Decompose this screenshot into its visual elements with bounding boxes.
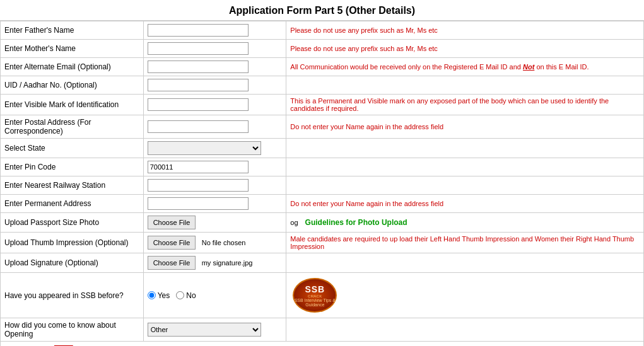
page-title: Application Form Part 5 (Other Details) xyxy=(0,0,644,21)
ssb-tagline: SSB Interview Tips & Guidance xyxy=(294,298,336,307)
railway-input[interactable] xyxy=(148,179,249,192)
thumb-file-name: No file chosen xyxy=(202,239,246,246)
table-row: Enter Postal Address (For Correspondence… xyxy=(1,115,644,139)
alt-email-cell xyxy=(143,58,286,76)
perm-addr-hint: Do not enter your Name again in the addr… xyxy=(286,195,644,213)
red-arrow-container xyxy=(20,342,76,346)
state-hint xyxy=(286,139,644,158)
ssb-before-label: Have you appeared in SSB before? xyxy=(1,273,144,318)
ssb-no-label[interactable]: No xyxy=(176,291,196,300)
perm-addr-label: Enter Permanent Address xyxy=(1,195,144,213)
mother-name-cell xyxy=(143,40,286,58)
mother-name-label: Enter Mother's Name xyxy=(1,40,144,58)
table-row: Enter Visible Mark of Identification Thi… xyxy=(1,95,644,115)
ssb-yes-label[interactable]: Yes xyxy=(148,291,170,300)
state-label: Select State xyxy=(1,139,144,158)
railway-label: Enter Nearest Railway Station xyxy=(1,176,144,195)
alt-email-hint: All Communication would be received only… xyxy=(286,58,644,76)
mother-name-input[interactable] xyxy=(148,42,249,55)
father-name-label: Enter Father's Name xyxy=(1,21,144,40)
signature-hint xyxy=(286,253,644,273)
ssb-brand-text: SSB xyxy=(305,284,325,294)
table-row: Enter Mother's Name Please do not use an… xyxy=(1,40,644,58)
postal-addr-hint: Do not enter your Name again in the addr… xyxy=(286,115,644,139)
uid-input[interactable] xyxy=(148,79,249,91)
ssb-before-radio-group: Yes No xyxy=(148,291,283,300)
thumb-choose-btn[interactable]: Choose File xyxy=(148,236,196,250)
table-row: Upload Passport Size Photo Choose File o… xyxy=(1,213,644,233)
table-row: How did you come to know about Opening O… xyxy=(1,318,644,342)
pin-code-input[interactable] xyxy=(148,161,249,173)
postal-addr-label: Enter Postal Address (For Correspondence… xyxy=(1,115,144,139)
perm-addr-input[interactable] xyxy=(148,197,249,210)
visible-mark-input[interactable] xyxy=(148,98,249,111)
how-know-cell: Other Friends Newspaper Internet xyxy=(143,318,286,342)
other-row: Other xyxy=(1,342,644,347)
thumb-hint: Male candidates are required to up load … xyxy=(286,233,644,253)
table-row: Enter Pin Code xyxy=(1,158,644,176)
how-know-select[interactable]: Other Friends Newspaper Internet xyxy=(148,323,261,337)
postal-addr-cell xyxy=(143,115,286,139)
pin-hint xyxy=(286,158,644,176)
how-know-hint xyxy=(286,318,644,342)
other-field-cell: Other xyxy=(1,342,644,347)
ssb-no-radio[interactable] xyxy=(176,291,184,299)
signature-label: Upload Signature (Optional) xyxy=(1,253,144,273)
postal-addr-input[interactable] xyxy=(148,120,249,133)
passport-photo-choose-btn[interactable]: Choose File xyxy=(148,216,196,229)
thumb-cell: Choose File No file chosen xyxy=(143,233,286,253)
perm-addr-cell xyxy=(143,195,286,213)
pin-code-cell xyxy=(143,158,286,176)
father-name-cell xyxy=(143,21,286,40)
visible-mark-cell xyxy=(143,95,286,115)
father-name-hint: Please do not use any prefix such as Mr,… xyxy=(286,21,644,40)
table-row: Enter Nearest Railway Station xyxy=(1,176,644,195)
passport-photo-label: Upload Passport Size Photo xyxy=(1,213,144,233)
signature-choose-btn[interactable]: Choose File xyxy=(148,256,196,270)
table-row: Select State xyxy=(1,139,644,158)
table-row: Upload Thumb Impression (Optional) Choos… xyxy=(1,233,644,253)
father-name-input[interactable] xyxy=(148,24,249,37)
signature-cell: Choose File my signature.jpg xyxy=(143,253,286,273)
table-row: Enter Father's Name Please do not use an… xyxy=(1,21,644,40)
alt-email-input[interactable] xyxy=(148,61,249,73)
railway-cell xyxy=(143,176,286,195)
table-row: Enter Permanent Address Do not enter you… xyxy=(1,195,644,213)
uid-cell xyxy=(143,76,286,95)
ssb-before-logo: SSB CRACK SSB Interview Tips & Guidance xyxy=(286,273,644,318)
ssb-circle-logo: SSB CRACK SSB Interview Tips & Guidance xyxy=(293,278,337,313)
uid-hint xyxy=(286,76,644,95)
passport-photo-hint: og Guidelines for Photo Upload xyxy=(286,213,644,233)
pin-code-label: Enter Pin Code xyxy=(1,158,144,176)
railway-hint xyxy=(286,176,644,195)
uid-label: UID / Aadhar No. (Optional) xyxy=(1,76,144,95)
visible-mark-label: Enter Visible Mark of Identification xyxy=(1,95,144,115)
table-row: Upload Signature (Optional) Choose File … xyxy=(1,253,644,273)
table-row: UID / Aadhar No. (Optional) xyxy=(1,76,644,95)
mother-name-hint: Please do not use any prefix such as Mr,… xyxy=(286,40,644,58)
signature-file-name: my signature.jpg xyxy=(202,259,253,267)
table-row: Have you appeared in SSB before? Yes No xyxy=(1,273,644,318)
passport-photo-cell: Choose File xyxy=(143,213,286,233)
alt-email-label: Enter Alternate Email (Optional) xyxy=(1,58,144,76)
ssb-before-cell: Yes No xyxy=(143,273,286,318)
table-row: Enter Alternate Email (Optional) All Com… xyxy=(1,58,644,76)
state-select[interactable] xyxy=(148,141,261,155)
state-cell xyxy=(143,139,286,158)
thumb-label: Upload Thumb Impression (Optional) xyxy=(1,233,144,253)
guidelines-link[interactable]: Guidelines for Photo Upload xyxy=(305,218,407,227)
ssb-logo: SSB CRACK SSB Interview Tips & Guidance xyxy=(290,275,640,315)
how-know-label: How did you come to know about Opening xyxy=(1,318,144,342)
ssb-yes-radio[interactable] xyxy=(148,291,156,299)
visible-mark-hint: This is a Permanent and Visible mark on … xyxy=(286,95,644,115)
red-arrow-icon xyxy=(20,342,76,346)
